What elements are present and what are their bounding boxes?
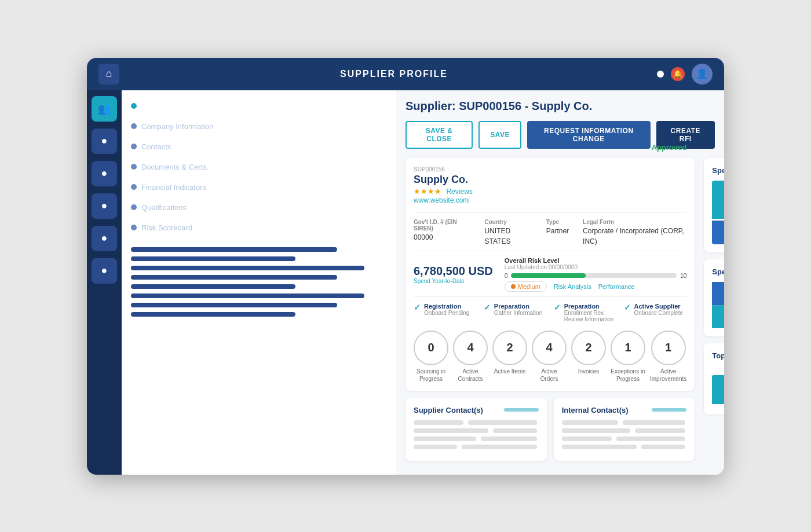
spend-label[interactable]: Spend Year-to-Date	[414, 278, 493, 284]
supplier-name: Supply Co.	[414, 174, 473, 186]
nav-skeleton	[131, 284, 295, 289]
website-link[interactable]: www.website.com	[414, 196, 473, 204]
bar-chart	[712, 366, 724, 406]
metric-invoices[interactable]: 2 Invoices	[571, 331, 606, 375]
gov-id-field: Gov't I.D. # (EIN SIREN) 00000	[414, 219, 471, 246]
supplier-contacts-card: Supplier Contact(s)	[406, 398, 547, 461]
contact-header: Internal Contact(s)	[562, 406, 687, 414]
save-button[interactable]: SAVE	[478, 121, 521, 149]
sidebar-icon-2[interactable]: ●	[92, 129, 117, 154]
metric-label: Active Contracts	[453, 368, 488, 383]
notification-bell[interactable]: 🔔	[671, 67, 685, 81]
top-items-title: Top Items	[712, 351, 724, 360]
nav-dot	[131, 144, 137, 149]
main-content: Supplier: SUP000156 - Supply Co. SAVE & …	[396, 90, 724, 475]
pie-chart	[712, 282, 724, 328]
nav-skeleton	[131, 312, 295, 317]
info-row: Gov't I.D. # (EIN SIREN) 00000 Country U…	[414, 212, 686, 246]
medium-dot	[511, 284, 516, 289]
risk-analysis-link[interactable]: Risk Analysis	[554, 283, 591, 290]
contact-bar	[504, 408, 539, 412]
sidebar-item-documents[interactable]: Documents & Certs.	[122, 157, 396, 177]
nav-skeleton	[131, 247, 337, 252]
metric-label: Active Improvements	[650, 368, 686, 383]
nav-skeleton	[131, 293, 364, 298]
metric-circle: 4	[453, 331, 488, 365]
spend-by-regions-card: Spend by Regions	[704, 158, 724, 252]
sidebar-icon-active[interactable]: 👥	[92, 96, 117, 122]
sidebar-icon-5[interactable]: ●	[92, 226, 117, 251]
supplier-card: SUP000156 Supply Co. ★★★★ Reviews www.we…	[406, 158, 695, 391]
star-rating: ★★★★	[414, 187, 441, 196]
treemap-cell-1	[712, 181, 724, 219]
request-info-button[interactable]: REQUEST INFORMATION CHANGE	[527, 121, 650, 149]
contact-header: Supplier Contact(s)	[414, 406, 539, 414]
metric-improvements[interactable]: 1 Active Improvements	[650, 331, 686, 383]
nav-dot	[131, 225, 137, 230]
nav-dot	[131, 103, 137, 109]
step-check: ✓	[554, 303, 561, 312]
page-header-title: SUPPLIER PROFILE	[131, 69, 657, 79]
step-active-supplier: ✓ Active Supplier Onboard Complete	[624, 303, 687, 322]
internal-contacts-card: Internal Contact(s)	[554, 398, 695, 461]
country-field: Country UNITED STATES	[485, 219, 532, 246]
contact-bar	[652, 408, 686, 412]
nav-skeleton	[131, 275, 337, 280]
metric-exceptions[interactable]: 1 Exceptions in Progress	[611, 331, 645, 383]
status-badge: Approved	[652, 143, 687, 152]
metric-contracts[interactable]: 4 Active Contracts	[453, 331, 488, 383]
metric-sourcing[interactable]: 0 Sourcing in Progress	[414, 331, 448, 383]
metric-items[interactable]: 2 Active Items	[492, 331, 527, 375]
bar-item-1	[712, 368, 724, 404]
pie-chart-wrap	[712, 282, 724, 328]
sidebar-item-qualifications[interactable]: Qualifications	[122, 197, 396, 218]
header-icons: 🔔 👤	[657, 64, 713, 85]
step-registration: ✓ Registration Onboard Pending	[414, 303, 477, 322]
metrics-row: 0 Sourcing in Progress 4 Active Contract…	[414, 331, 686, 383]
metric-circle: 2	[492, 331, 527, 365]
internal-contacts-title: Internal Contact(s)	[562, 406, 629, 414]
metric-label: Invoices	[578, 368, 600, 375]
sidebar-icon-6[interactable]: ●	[92, 258, 117, 284]
sidebar-item-company-info[interactable]: Company Information	[122, 116, 396, 137]
step-check: ✓	[484, 303, 491, 312]
metric-label: Active Items	[494, 368, 525, 375]
nav-dot	[131, 164, 137, 170]
step-preparation1: ✓ Preparation Gather Information	[484, 303, 547, 322]
metric-label: Exceptions in Progress	[611, 368, 645, 383]
spend-row: 6,780,500 USD Spend Year-to-Date Overall…	[414, 251, 686, 292]
sidebar-item-contacts[interactable]: Contacts	[122, 137, 396, 157]
sidebar-item-risk-scorecard[interactable]: Risk Scorecard	[122, 218, 396, 238]
performance-link[interactable]: Performance	[598, 283, 635, 290]
metric-label: Active Orders	[532, 368, 567, 383]
status-indicator	[657, 71, 664, 78]
sidebar-item-supplier-overview[interactable]: Supplier Overview	[122, 96, 396, 116]
type-field: Type Partner	[546, 219, 569, 246]
step-check: ✓	[414, 303, 421, 312]
metric-circle: 1	[611, 331, 645, 365]
save-close-button[interactable]: SAVE & CLOSE	[406, 121, 473, 149]
right-panel: Spend by Regions Spend by Commodity	[704, 158, 724, 461]
reviews-link[interactable]: Reviews	[446, 188, 472, 196]
metric-circle: 2	[571, 331, 606, 365]
metric-circle: 0	[414, 331, 448, 365]
sidebar-icon-4[interactable]: ●	[92, 193, 117, 219]
metric-circle: 1	[651, 331, 686, 365]
nav-skeleton	[131, 256, 295, 261]
page-title: Supplier: SUP000156 - Supply Co.	[406, 100, 715, 113]
spend-commodity-title: Spend by Commodity	[712, 267, 724, 276]
metric-orders[interactable]: 4 Active Orders	[532, 331, 567, 383]
user-avatar[interactable]: 👤	[692, 64, 713, 85]
risk-indicators: Medium Risk Analysis Performance	[505, 281, 687, 292]
risk-bar	[511, 273, 677, 278]
metric-circle: 4	[532, 331, 567, 365]
risk-block: Overall Risk Level Last Updated on 00/00…	[505, 257, 687, 292]
home-button[interactable]: ⌂	[98, 64, 119, 85]
step-check: ✓	[624, 303, 631, 312]
sidebar-item-financial[interactable]: Financial Indicators	[122, 177, 396, 197]
bar-fill	[712, 375, 724, 404]
risk-updated: Last Updated on 00/00/0000	[505, 264, 687, 270]
top-items-card: Top Items	[704, 343, 724, 414]
sidebar-icon-3[interactable]: ●	[92, 161, 117, 186]
nav-dot	[131, 184, 137, 190]
